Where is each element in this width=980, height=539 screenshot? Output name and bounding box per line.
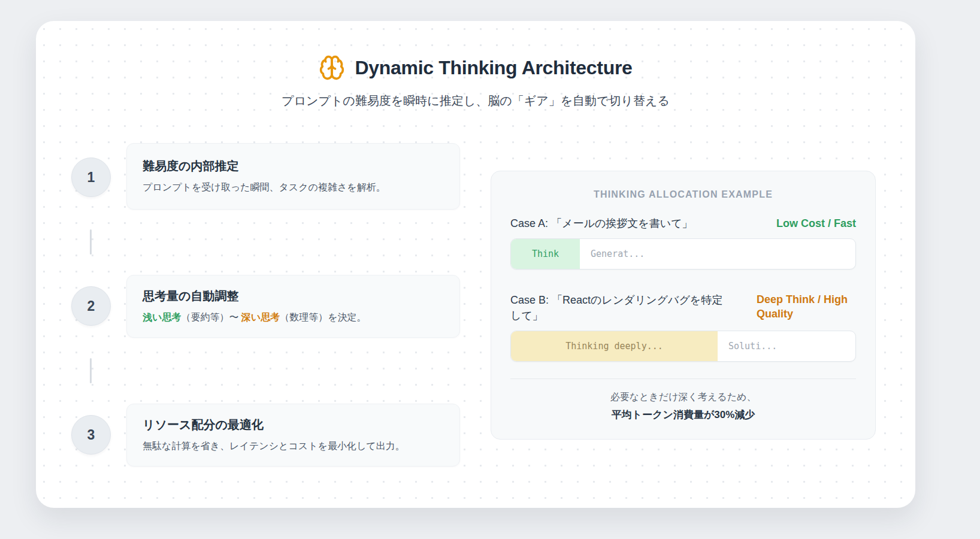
step-1-title: 難易度の内部推定 [143,158,444,174]
step-3-description: 無駄な計算を省き、レイテンシとコストを最小化して出力。 [143,439,444,453]
case-b-badge: Deep Think / High Quality [757,292,856,322]
page-subtitle: プロンプトの難易度を瞬時に推定し、脳の「ギア」を自動で切り替える [36,93,915,109]
case-b-row: Case B: 「Reactのレンダリングバグを特定して」 Deep Think… [510,292,856,323]
footer-highlight: 平均トークン消費量が30%減少 [510,408,856,422]
title-row: Dynamic Thinking Architecture [319,54,632,81]
panel-footer: 必要なときだけ深く考えるため、 平均トークン消費量が30%減少 [510,391,856,422]
case-a-badge: Low Cost / Fast [776,217,856,230]
step-2-number-badge: 2 [71,286,111,326]
case-b-label: Case B: 「Reactのレンダリングバグを特定して」 [510,292,733,323]
step-2-title: 思考量の自動調整 [143,288,444,304]
case-a-row: Case A: 「メールの挨拶文を書いて」 Low Cost / Fast [510,216,856,231]
brain-icon [319,54,345,81]
thinking-allocation-panel: THINKING ALLOCATION EXAMPLE Case A: 「メール… [491,171,876,440]
step-2-desc-mid: （要約等）〜 [181,312,241,322]
step-2-desc-tail: （数理等）を決定。 [280,312,366,322]
case-a-output-segment: Generat... [580,239,855,269]
case-a-think-segment: Think [511,239,580,269]
header: Dynamic Thinking Architecture プロンプトの難易度を… [36,54,915,109]
step-3-title: リソース配分の最適化 [143,417,444,433]
main-card: Dynamic Thinking Architecture プロンプトの難易度を… [36,21,915,508]
case-b-think-segment: Thinking deeply... [511,331,718,361]
connector-line-1 [90,229,92,255]
page-title: Dynamic Thinking Architecture [355,57,632,79]
connector-line-2 [90,358,92,383]
step-3-number-badge: 3 [71,415,111,455]
step-2-description: 浅い思考（要約等）〜 深い思考（数理等）を決定。 [143,310,444,324]
step-2-card: 思考量の自動調整 浅い思考（要約等）〜 深い思考（数理等）を決定。 [126,275,460,338]
panel-heading: THINKING ALLOCATION EXAMPLE [510,189,856,200]
panel-divider [510,378,856,379]
step-3-card: リソース配分の最適化 無駄な計算を省き、レイテンシとコストを最小化して出力。 [126,404,460,467]
case-a-allocation-bar: Think Generat... [510,238,856,270]
case-b-allocation-bar: Thinking deeply... Soluti... [510,331,856,362]
case-a-label: Case A: 「メールの挨拶文を書いて」 [510,216,693,231]
footer-note: 必要なときだけ深く考えるため、 [510,391,856,404]
shallow-think-label: 浅い思考 [143,312,181,322]
case-b-output-segment: Soluti... [718,331,855,361]
step-1-number-badge: 1 [71,158,111,197]
step-1-card: 難易度の内部推定 プロンプトを受け取った瞬間、タスクの複雑さを解析。 [126,143,460,210]
deep-think-label: 深い思考 [241,312,280,322]
step-1-description: プロンプトを受け取った瞬間、タスクの複雑さを解析。 [143,180,444,194]
